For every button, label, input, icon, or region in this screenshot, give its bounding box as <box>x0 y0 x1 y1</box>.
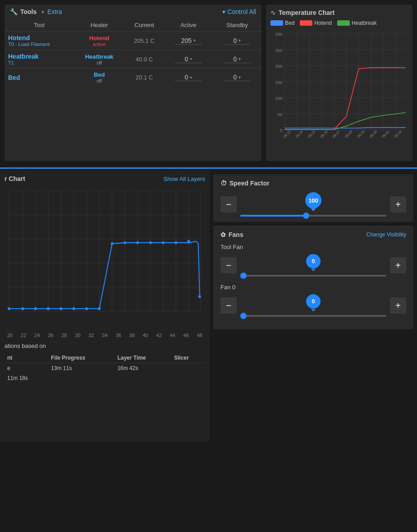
control-all-button[interactable]: ▾ Control All <box>222 8 256 15</box>
tool-sub-1: T1 <box>8 60 70 65</box>
x-label: 34 <box>102 333 107 338</box>
temp-chart-svg: 290 250 200 150 100 50 0 09:23 09:24 09:… <box>270 29 408 155</box>
col-standby: Standby <box>213 19 261 32</box>
svg-text:09:26: 09:26 <box>320 130 329 139</box>
speed-factor-plus-button[interactable]: + <box>390 196 406 213</box>
speed-factor-minus-button[interactable]: − <box>220 196 237 213</box>
speed-factor-track[interactable] <box>240 215 386 217</box>
svg-text:50: 50 <box>278 112 283 117</box>
show-all-layers-link[interactable]: Show All Layers <box>164 176 206 182</box>
svg-text:09:27: 09:27 <box>332 130 341 139</box>
svg-text:09:23: 09:23 <box>283 130 292 139</box>
standby-dropdown-2[interactable]: 0▾ <box>224 74 251 81</box>
wave-icon: ∿ <box>270 9 276 16</box>
chart-legend: Bed Hotend Heatbreak <box>270 20 408 26</box>
stats-cell-2: 11m 18s <box>5 373 48 383</box>
fan0-slider-container[interactable]: 0 <box>240 294 386 317</box>
x-label: 20 <box>7 333 13 338</box>
svg-point-59 <box>149 241 152 244</box>
standby-value-1: 0 <box>234 56 237 63</box>
fan0-minus-button[interactable]: − <box>220 297 237 314</box>
active-dropdown-2[interactable]: 0▾ <box>175 74 202 81</box>
stats-col-layer-time: Layer Time <box>115 353 171 363</box>
standby-arrow-icon-1: ▾ <box>238 56 241 61</box>
x-label: 26 <box>48 333 53 338</box>
tools-extra-link[interactable]: Extra <box>47 8 62 15</box>
speed-factor-title: ⏱ Speed Factor <box>220 180 406 187</box>
svg-point-68 <box>73 307 75 310</box>
fan0-plus-button[interactable]: + <box>390 297 406 314</box>
standby-arrow-icon-0: ▾ <box>238 38 241 43</box>
svg-text:250: 250 <box>275 48 283 53</box>
stats-col-file-progress: File Progress <box>48 353 115 363</box>
speed-factor-controls: − 100 + <box>220 192 406 217</box>
fan0-row: − 0 + <box>220 294 406 317</box>
standby-dropdown-1[interactable]: 0▾ <box>224 56 251 63</box>
tool-fan-label: Tool Fan <box>220 244 406 250</box>
tool-name-2[interactable]: Bed <box>8 74 70 81</box>
change-visibility-link[interactable]: Change Visibility <box>367 231 407 238</box>
layer-chart-panel: r Chart Show All Layers <box>0 171 210 441</box>
fan0-bubble: 0 <box>306 294 321 309</box>
right-controls: ⏱ Speed Factor − 100 + ✿ Fa <box>210 171 417 441</box>
tool-fan-track[interactable] <box>240 275 386 277</box>
tool-row-2: BedBedoff20.1 C0▾0▾ <box>5 69 261 87</box>
svg-point-67 <box>60 307 62 310</box>
stats-section: ations based on nt File Progress Layer T… <box>5 338 205 388</box>
speed-factor-slider-container[interactable]: 100 <box>240 192 386 217</box>
legend-bed-color <box>270 20 283 26</box>
svg-point-57 <box>124 241 126 244</box>
stats-row-1: e 13m 11s 16m 42s <box>5 363 205 374</box>
svg-point-62 <box>188 240 190 242</box>
heater-status-2: off <box>78 78 121 83</box>
svg-point-63 <box>8 307 10 310</box>
svg-point-70 <box>98 307 101 310</box>
temp-chart-panel: ∿ Temperature Chart Bed Hotend Heatbreak <box>266 5 412 161</box>
tools-title: Tools <box>20 8 37 15</box>
svg-text:09:32: 09:32 <box>394 130 403 139</box>
x-label: 28 <box>61 333 67 338</box>
active-value-1: 0 <box>184 56 188 63</box>
x-label: 24 <box>34 333 40 338</box>
heater-name-2: Bed <box>78 71 121 78</box>
svg-text:290: 290 <box>275 32 283 37</box>
x-label: 36 <box>115 333 121 338</box>
standby-value-2: 0 <box>234 74 237 81</box>
svg-text:150: 150 <box>275 80 283 85</box>
layer-chart-header: r Chart Show All Layers <box>5 175 205 182</box>
active-dropdown-1[interactable]: 0▾ <box>175 56 202 63</box>
tool-fan-plus-button[interactable]: + <box>390 257 406 273</box>
speed-factor-fill <box>240 215 306 217</box>
section-divider <box>0 167 417 169</box>
tool-fan-thumb <box>240 273 247 279</box>
legend-heatbreak-color <box>337 20 350 26</box>
heater-status-0: active <box>78 42 121 47</box>
fans-card: ✿ Fans Change Visibility Tool Fan − 0 <box>213 226 413 329</box>
tools-plus-label: + <box>41 9 45 15</box>
fan0-label: Fan 0 <box>220 284 406 291</box>
svg-text:09:25: 09:25 <box>307 130 316 139</box>
tool-row-0: HotendT0 - Load FilamentHotendactive205.… <box>5 32 261 50</box>
tool-fan-row: − 0 + <box>220 254 406 277</box>
active-arrow-icon-0: ▾ <box>193 38 196 43</box>
svg-text:09:31: 09:31 <box>381 130 390 139</box>
tool-fan-minus-button[interactable]: − <box>220 257 237 273</box>
fan0-track[interactable] <box>240 315 386 317</box>
tool-name-1[interactable]: Heatbreak <box>8 53 70 60</box>
stats-layer-time-1: 16m 42s <box>115 363 171 374</box>
tool-name-0[interactable]: Hotend <box>8 34 70 42</box>
legend-hotend: Hotend <box>300 20 332 26</box>
svg-point-69 <box>85 307 88 310</box>
col-tool: Tool <box>5 19 74 32</box>
active-arrow-icon-2: ▾ <box>190 75 192 80</box>
current-temp-0: 205.1 C <box>124 32 164 50</box>
standby-dropdown-0[interactable]: 0▾ <box>224 37 251 45</box>
tool-fan-slider-container[interactable]: 0 <box>240 254 386 277</box>
legend-heatbreak-label: Heatbreak <box>352 20 376 26</box>
active-dropdown-0[interactable]: 205▾ <box>175 37 202 45</box>
fans-icon: ✿ <box>220 231 226 238</box>
current-temp-2: 20.1 C <box>124 69 164 87</box>
col-heater: Heater <box>74 19 124 32</box>
wrench-icon: 🔧 <box>10 8 18 15</box>
speed-factor-thumb <box>303 213 309 219</box>
